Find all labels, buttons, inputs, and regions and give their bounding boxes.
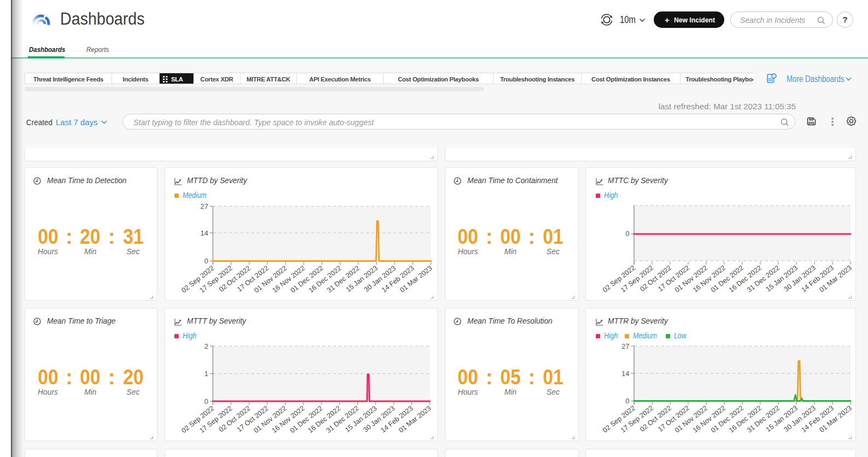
svg-text:14: 14 — [200, 228, 208, 237]
svg-text:27: 27 — [621, 342, 629, 350]
svg-text:27: 27 — [200, 202, 208, 210]
svg-text:0: 0 — [625, 230, 629, 238]
svg-text:0: 0 — [204, 257, 208, 265]
svg-text:2: 2 — [204, 342, 208, 350]
svg-text:0: 0 — [625, 397, 629, 405]
svg-text:0: 0 — [204, 397, 208, 406]
svg-text:14: 14 — [621, 370, 629, 378]
svg-text:1: 1 — [204, 370, 208, 378]
